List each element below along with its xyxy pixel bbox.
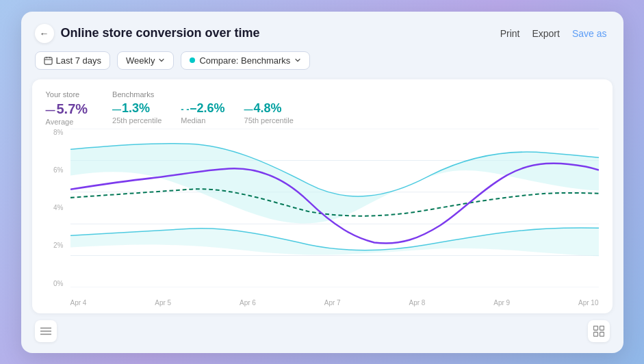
y-label-2: 2%	[53, 242, 63, 249]
x-label-apr9: Apr 9	[493, 299, 510, 307]
compare-button[interactable]: Compare: Benchmarks	[181, 51, 310, 70]
menu-icon-button[interactable]	[35, 320, 57, 342]
chart-svg	[70, 129, 599, 287]
teal-band-upper	[70, 143, 599, 223]
save-button[interactable]: Save as	[572, 28, 607, 39]
bench3-stat: —4.8% 75th percentile	[244, 101, 294, 125]
y-label-8: 8%	[53, 129, 63, 136]
x-label-apr4: Apr 4	[70, 299, 87, 307]
bench3-sub: 75th percentile	[244, 116, 294, 125]
header: ← Online store conversion over time Prin…	[21, 12, 623, 51]
your-store-label: Your store	[46, 90, 88, 99]
svg-rect-14	[600, 326, 604, 330]
benchmarks-group: Benchmarks —1.3% 25th percentile - -–2.6…	[112, 90, 294, 126]
grid-icon-button[interactable]	[588, 320, 610, 342]
bench2-value: - -–2.6%	[181, 101, 224, 116]
svg-rect-16	[600, 332, 604, 336]
y-label-4: 4%	[53, 204, 63, 211]
x-label-apr7: Apr 7	[324, 299, 341, 307]
chevron-down-icon-compare	[294, 57, 301, 64]
frequency-label: Weekly	[126, 55, 155, 66]
bench2-sub: Median	[181, 116, 224, 125]
svg-rect-15	[593, 332, 597, 336]
bench1-sub: 25th percentile	[112, 116, 162, 125]
date-range-button[interactable]: Last 7 days	[35, 51, 111, 70]
compare-label: Compare: Benchmarks	[199, 55, 290, 66]
y-label-0: 0%	[53, 280, 63, 287]
bench2-stat: - -–2.6% Median	[181, 101, 224, 125]
x-axis: Apr 4 Apr 5 Apr 6 Apr 7 Apr 8 Apr 9 Apr …	[70, 290, 599, 307]
date-range-label: Last 7 days	[56, 55, 102, 66]
your-store-value: —5.7%	[46, 101, 88, 117]
y-label-6: 6%	[53, 166, 63, 174]
chevron-down-icon	[158, 57, 165, 64]
chart-svg-container	[70, 129, 599, 287]
main-card: ← Online store conversion over time Prin…	[21, 12, 623, 353]
teal-band-lower	[70, 228, 599, 257]
export-button[interactable]: Export	[532, 28, 559, 39]
x-label-apr6: Apr 6	[240, 299, 256, 307]
calendar-icon	[44, 56, 53, 65]
bench1-stat: —1.3% 25th percentile	[112, 101, 162, 125]
x-label-apr10: Apr 10	[578, 299, 598, 307]
your-store-stat: Your store —5.7% Average	[46, 90, 88, 126]
hamburger-icon	[40, 327, 51, 335]
bench3-value: —4.8%	[244, 101, 294, 116]
frequency-button[interactable]: Weekly	[117, 51, 174, 70]
chart-area: 8% 6% 4% 2% 0%	[46, 129, 599, 307]
x-label-apr8: Apr 8	[409, 299, 426, 307]
header-left: ← Online store conversion over time	[35, 24, 260, 43]
x-label-apr5: Apr 5	[155, 299, 171, 307]
compare-dot	[190, 57, 195, 63]
print-button[interactable]: Print	[500, 28, 520, 39]
back-icon: ←	[40, 28, 49, 39]
chart-card: Your store —5.7% Average Benchmarks —1.3…	[32, 79, 613, 313]
bottom-bar	[21, 313, 623, 345]
y-axis: 8% 6% 4% 2% 0%	[46, 129, 68, 287]
bench1-value: —1.3%	[112, 101, 162, 116]
grid-icon	[593, 326, 604, 337]
toolbar: Last 7 days Weekly Compare: Benchmarks	[21, 51, 623, 79]
header-right: Print Export Save as	[500, 28, 607, 39]
svg-rect-0	[44, 57, 51, 64]
back-button[interactable]: ←	[35, 24, 54, 43]
benchmarks-label: Benchmarks	[112, 90, 294, 99]
your-store-sub: Average	[46, 118, 88, 126]
page-title: Online store conversion over time	[61, 26, 260, 40]
svg-rect-13	[593, 326, 597, 330]
stats-row: Your store —5.7% Average Benchmarks —1.3…	[46, 90, 599, 126]
